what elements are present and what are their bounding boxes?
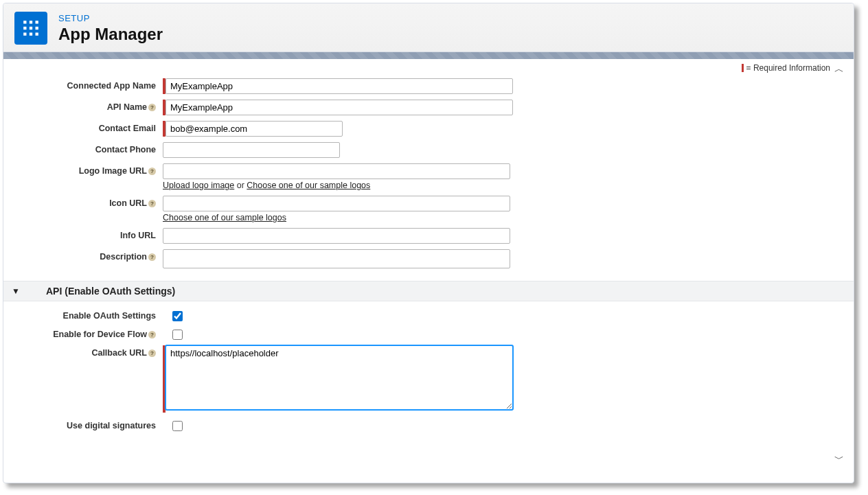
- required-legend: = Required Information: [742, 63, 830, 73]
- enable-oauth-checkbox[interactable]: [172, 311, 183, 321]
- info-url-label: Info URL: [3, 228, 163, 240]
- use-digital-signatures-checkbox[interactable]: [172, 421, 183, 431]
- chevron-down-icon[interactable]: ▼: [12, 286, 21, 296]
- page-header: SETUP App Manager: [3, 3, 854, 52]
- svg-rect-6: [23, 33, 26, 36]
- api-name-input[interactable]: [165, 100, 513, 115]
- sample-logos-link[interactable]: Choose one of our sample logos: [247, 181, 370, 190]
- enable-device-flow-label: Enable for Device Flow: [53, 330, 147, 339]
- contact-email-label: Contact Email: [3, 121, 163, 133]
- svg-rect-0: [23, 21, 26, 23]
- svg-rect-8: [36, 33, 38, 36]
- icon-url-input[interactable]: [163, 196, 510, 211]
- use-digital-signatures-label: Use digital signatures: [3, 418, 163, 430]
- svg-rect-4: [30, 27, 32, 30]
- decorative-strip: [3, 52, 854, 59]
- svg-rect-3: [23, 27, 26, 30]
- sample-icons-link[interactable]: Choose one of our sample logos: [163, 213, 286, 222]
- page-title: App Manager: [58, 25, 163, 44]
- help-icon[interactable]: ?: [148, 331, 156, 338]
- setup-eyebrow: SETUP: [58, 13, 163, 23]
- help-icon[interactable]: ?: [148, 349, 156, 357]
- svg-rect-5: [36, 27, 38, 30]
- svg-rect-2: [36, 21, 38, 23]
- oauth-section-title: API (Enable OAuth Settings): [46, 286, 175, 297]
- contact-email-input[interactable]: [165, 121, 343, 137]
- api-name-label: API Name: [107, 102, 147, 112]
- logo-image-url-label: Logo Image URL: [79, 166, 147, 176]
- contact-phone-input[interactable]: [163, 142, 340, 158]
- description-label: Description: [100, 252, 147, 262]
- help-icon[interactable]: ?: [148, 200, 156, 207]
- app-launcher-icon: [14, 12, 47, 45]
- help-icon[interactable]: ?: [148, 168, 156, 175]
- connected-app-name-label: Connected App Name: [3, 78, 163, 91]
- expand-section-icon[interactable]: ﹀: [834, 453, 844, 465]
- enable-oauth-label: Enable OAuth Settings: [3, 308, 163, 321]
- svg-rect-1: [30, 21, 32, 23]
- info-url-input[interactable]: [163, 228, 510, 244]
- oauth-section-header: ▼ API (Enable OAuth Settings): [3, 281, 854, 301]
- icon-url-label: Icon URL: [109, 198, 147, 208]
- app-manager-panel: SETUP App Manager = Required Information…: [3, 3, 854, 483]
- help-icon[interactable]: ?: [148, 104, 156, 111]
- upload-logo-link[interactable]: Upload logo image: [163, 181, 234, 190]
- svg-rect-7: [30, 33, 32, 36]
- collapse-section-icon[interactable]: ︿: [834, 63, 844, 76]
- logo-image-url-input[interactable]: [163, 163, 510, 179]
- callback-url-label: Callback URL: [91, 348, 147, 358]
- contact-phone-label: Contact Phone: [3, 142, 163, 154]
- grid-icon: [22, 19, 40, 37]
- callback-url-textarea[interactable]: [165, 345, 513, 410]
- connected-app-name-input[interactable]: [165, 78, 513, 94]
- description-input[interactable]: [163, 249, 510, 268]
- form-scroll-area[interactable]: = Required Information ︿ Connected App N…: [3, 59, 854, 470]
- help-icon[interactable]: ?: [148, 253, 156, 261]
- enable-device-flow-checkbox[interactable]: [172, 330, 183, 340]
